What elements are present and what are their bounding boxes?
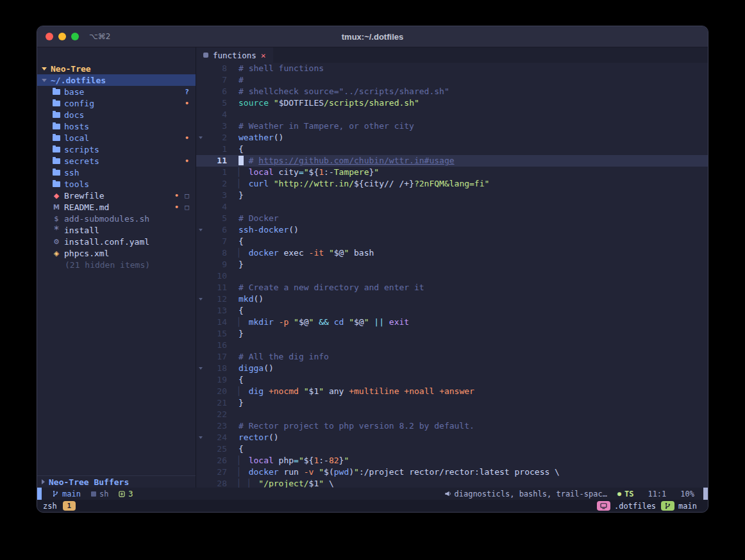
code-line[interactable]: 24 rector() [196,432,708,443]
fold-marker[interactable] [196,466,205,478]
code-line[interactable]: 10 [196,270,708,282]
tree-item[interactable]: tools [37,178,196,190]
code-line[interactable]: 2 ▏ curl "http://wttr.in/${city// /+}?2n… [196,178,708,190]
code-line[interactable]: 15 } [196,328,708,340]
code-line[interactable]: 6 ssh-docker() [196,224,708,236]
code-line[interactable]: 26 ▏ local php="${1:-82}" [196,455,708,466]
code-line[interactable]: 1 { [196,144,708,155]
fold-marker[interactable] [196,478,205,488]
fold-marker[interactable] [196,282,205,293]
code-line[interactable]: 11 # Create a new directory and enter it [196,282,708,293]
fold-marker[interactable] [196,455,205,466]
code-line[interactable]: 1 ▏ local city="${1:-Tampere}" [196,167,708,178]
code-line[interactable]: 27 ▏ docker run -v "$(pwd)":/project rec… [196,466,708,478]
code-line[interactable]: 6 # shellcheck source="../scripts/shared… [196,86,708,97]
fold-marker[interactable] [196,363,205,374]
fold-marker[interactable] [196,374,205,386]
tree-item[interactable]: ⚙ install.conf.yaml [37,236,196,247]
code-line[interactable]: 7 { [196,236,708,247]
fold-marker[interactable] [196,340,205,351]
fold-marker[interactable] [196,351,205,363]
neo-tree-buffers-section[interactable]: Neo-Tree Buffers [37,475,196,488]
fold-marker[interactable] [196,247,205,259]
code-line[interactable]: 19 { [196,374,708,386]
fold-marker[interactable] [196,97,205,109]
fold-marker[interactable] [196,443,205,455]
fold-marker[interactable] [196,293,205,305]
tab-functions[interactable]: functions × [196,47,273,63]
code-line[interactable]: 23 # Rector project to php version 8.2 b… [196,420,708,432]
code-line[interactable]: 13 { [196,305,708,317]
code-line[interactable]: 8 # shell functions [196,63,708,74]
fold-marker[interactable] [196,432,205,443]
fold-marker[interactable] [196,224,205,236]
fold-marker[interactable] [196,201,205,213]
fold-marker[interactable] [196,317,205,328]
code-line[interactable]: 14 ▏ mkdir -p "$@" && cd "$@" || exit [196,317,708,328]
code-line[interactable]: 18 digga() [196,363,708,374]
code-line[interactable]: 5 # Docker [196,213,708,224]
tree-item[interactable]: secrets • [37,155,196,167]
fold-marker[interactable] [196,178,205,190]
fold-marker[interactable] [196,305,205,317]
code-line[interactable]: 4 [196,109,708,120]
code-line[interactable]: 17 # All the dig info [196,351,708,363]
fold-marker[interactable] [196,63,205,74]
fold-marker[interactable] [196,213,205,224]
tree-item[interactable]: docs [37,109,196,120]
tree-item[interactable]: config • [37,97,196,109]
fold-marker[interactable] [196,109,205,120]
code-line[interactable]: 12 mkd() [196,293,708,305]
tmux-git-badge[interactable] [661,501,674,511]
close-tab-icon[interactable]: × [261,51,266,60]
code-line[interactable]: 5 source "$DOTFILES/scripts/shared.sh" [196,97,708,109]
code-line[interactable]: 20 ▏ dig +nocmd "$1" any +multiline +noa… [196,386,708,397]
fold-marker[interactable] [196,270,205,282]
tree-item[interactable]: $ add-submodules.sh [37,213,196,224]
fold-marker[interactable] [196,155,205,167]
tree-item[interactable]: M README.md •□ [37,201,196,213]
fold-marker[interactable] [196,420,205,432]
main-content: Neo-Tree ~/.dotfiles base ? config • doc… [37,47,708,488]
tree-item[interactable]: hosts [37,120,196,132]
tmux-session-badge[interactable] [597,501,610,511]
tree-item[interactable]: * install [37,224,196,236]
code-line[interactable]: 28 ▏ ▏ "/project/$1" \ [196,478,708,488]
fold-marker[interactable] [196,397,205,409]
fold-marker[interactable] [196,190,205,201]
code-token: # [239,75,244,85]
code-line[interactable]: 25 { [196,443,708,455]
fold-marker[interactable] [196,132,205,144]
code-line[interactable]: 8 ▏ docker exec -it "$@" bash [196,247,708,259]
fold-marker[interactable] [196,386,205,397]
fold-marker[interactable] [196,120,205,132]
tree-item[interactable]: scripts [37,144,196,155]
fold-marker[interactable] [196,259,205,270]
fold-marker[interactable] [196,74,205,86]
code-line[interactable]: 22 [196,409,708,420]
fold-marker[interactable] [196,409,205,420]
fold-marker[interactable] [196,167,205,178]
code-line[interactable]: 3 } [196,190,708,201]
code-line[interactable]: 11 # https://github.com/chubin/wttr.in#u… [196,155,708,167]
tree-item[interactable]: ◈ phpcs.xml [37,247,196,259]
code-line[interactable]: 16 [196,340,708,351]
code-area[interactable]: 8 # shell functions 7 # 6 # shellcheck s… [196,63,708,488]
tree-root-item[interactable]: ~/.dotfiles [37,74,196,86]
tree-item[interactable]: local • [37,132,196,144]
tree-item[interactable]: ◆ Brewfile •□ [37,190,196,201]
fold-marker[interactable] [196,236,205,247]
code-line[interactable]: 4 [196,201,708,213]
fold-marker[interactable] [196,86,205,97]
code-line[interactable]: 9 } [196,259,708,270]
tree-item[interactable]: ssh [37,167,196,178]
code-line[interactable]: 3 # Weather in Tampere, or other city [196,120,708,132]
fold-marker[interactable] [196,328,205,340]
code-token: } [239,398,244,408]
fold-marker[interactable] [196,144,205,155]
tree-item[interactable]: base ? [37,86,196,97]
tmux-window-index-badge[interactable]: 1 [63,501,76,511]
code-line[interactable]: 7 # [196,74,708,86]
code-line[interactable]: 2 weather() [196,132,708,144]
code-line[interactable]: 21 } [196,397,708,409]
